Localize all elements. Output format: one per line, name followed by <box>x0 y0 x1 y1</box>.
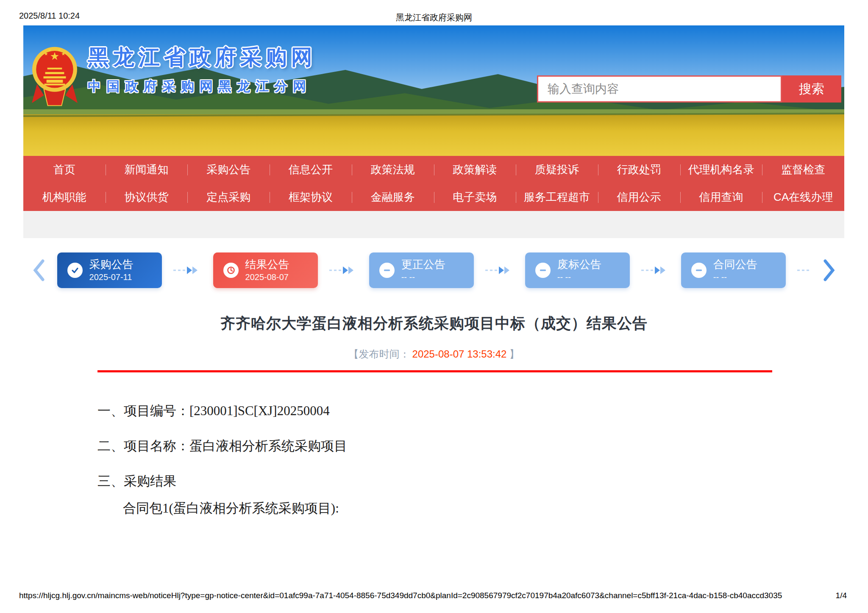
step-text: 废标公告 -- -- <box>557 258 601 282</box>
step-text: 采购公告 2025-07-11 <box>89 258 134 282</box>
step-label: 采购公告 <box>89 258 134 271</box>
nav-ca-online[interactable]: CA在线办理 <box>762 190 844 205</box>
search-box <box>537 75 782 103</box>
nav-framework-agreement[interactable]: 框架协议 <box>270 190 352 205</box>
site-title: 黑龙江省政府采购网 <box>88 43 317 72</box>
step-correction-notice[interactable]: 更正公告 -- -- <box>369 252 474 288</box>
nav-agreement-supply[interactable]: 协议供货 <box>106 190 188 205</box>
nav-policy-law[interactable]: 政策法规 <box>352 162 434 177</box>
publish-time-value: 2025-08-07 13:53:42 <box>412 348 507 360</box>
publish-time-line: 【发布时间：2025-08-07 13:53:42】 <box>0 347 868 361</box>
publish-label: 【发布时间： <box>349 348 410 360</box>
nav-credit-publicity[interactable]: 信用公示 <box>598 190 680 205</box>
nav-policy-interpretation[interactable]: 政策解读 <box>434 162 516 177</box>
step-connector <box>328 265 358 276</box>
paragraph-contract-package: 合同包1(蛋白液相分析系统采购项目): <box>123 501 793 516</box>
step-label: 合同公告 <box>713 258 757 271</box>
nav-admin-penalty[interactable]: 行政处罚 <box>598 162 680 177</box>
step-result-notice[interactable]: 结果公告 2025-08-07 <box>213 252 318 288</box>
print-page-number: 1/4 <box>836 591 847 600</box>
print-page-title: 黑龙江省政府采购网 <box>0 12 868 23</box>
step-cancellation-notice[interactable]: 废标公告 -- -- <box>525 252 630 288</box>
step-label: 结果公告 <box>245 258 289 271</box>
step-text: 更正公告 -- -- <box>401 258 445 282</box>
clock-icon <box>223 263 239 278</box>
step-text: 结果公告 2025-08-07 <box>245 258 289 282</box>
nav-fixed-point[interactable]: 定点采购 <box>187 190 270 205</box>
national-emblem-icon <box>31 39 78 108</box>
search-bar: 搜索 <box>537 75 841 103</box>
paragraph-project-name: 二、项目名称：蛋白液相分析系统采购项目 <box>97 438 793 454</box>
paragraph-project-number: 一、项目编号：[230001]SC[XJ]20250004 <box>97 403 793 419</box>
step-date: 2025-07-11 <box>89 272 134 282</box>
step-label: 更正公告 <box>401 258 445 271</box>
nav-row-2: 机构职能 协议供货 定点采购 框架协议 金融服务 电子卖场 服务工程超市 信用公… <box>23 183 844 211</box>
step-date: -- -- <box>713 272 757 282</box>
carousel-prev-button[interactable] <box>32 258 46 282</box>
step-connector <box>172 265 202 276</box>
red-divider <box>97 370 772 372</box>
nav-info-disclosure[interactable]: 信息公开 <box>270 162 352 177</box>
nav-org-function[interactable]: 机构职能 <box>23 190 106 205</box>
step-connector-end <box>796 265 811 276</box>
carousel-next-button[interactable] <box>822 258 836 282</box>
search-button[interactable]: 搜索 <box>782 75 841 103</box>
paragraph-procurement-result: 三、采购结果 <box>97 474 793 489</box>
notice-steps-carousel: 采购公告 2025-07-11 结果公告 2025-08-07 <box>32 251 836 290</box>
nav-finance-service[interactable]: 金融服务 <box>352 190 434 205</box>
step-contract-notice[interactable]: 合同公告 -- -- <box>681 252 786 288</box>
step-text: 合同公告 -- -- <box>713 258 757 282</box>
nav-supervision[interactable]: 监督检查 <box>762 162 844 177</box>
chevron-right-icon <box>822 258 836 282</box>
step-connector <box>484 265 514 276</box>
main-nav: 首页 新闻通知 采购公告 信息公开 政策法规 政策解读 质疑投诉 行政处罚 代理… <box>23 156 844 211</box>
nav-complaint[interactable]: 质疑投诉 <box>516 162 598 177</box>
step-procurement-notice[interactable]: 采购公告 2025-07-11 <box>57 252 162 288</box>
article-body: 一、项目编号：[230001]SC[XJ]20250004 二、项目名称：蛋白液… <box>97 403 793 536</box>
nav-home[interactable]: 首页 <box>23 162 106 177</box>
site-subtitle: 中国政府采购网黑龙江分网 <box>88 78 317 95</box>
step-date: 2025-08-07 <box>245 272 289 282</box>
step-connector <box>640 265 670 276</box>
chevron-left-icon <box>32 258 46 282</box>
minus-circle-icon <box>535 263 551 278</box>
nav-credit-query[interactable]: 信用查询 <box>680 190 762 205</box>
search-input[interactable] <box>538 77 781 101</box>
banner-titles: 黑龙江省政府采购网 中国政府采购网黑龙江分网 <box>88 43 317 95</box>
nav-row-1: 首页 新闻通知 采购公告 信息公开 政策法规 政策解读 质疑投诉 行政处罚 代理… <box>23 156 844 183</box>
article-title: 齐齐哈尔大学蛋白液相分析系统采购项目中标（成交）结果公告 <box>0 313 868 333</box>
step-date: -- -- <box>557 272 601 282</box>
page: 2025/8/11 10:24 黑龙江省政府采购网 <box>0 0 868 613</box>
site-banner: 黑龙江省政府采购网 中国政府采购网黑龙江分网 搜索 <box>23 25 844 156</box>
check-circle-icon <box>67 263 83 278</box>
publish-label-close: 】 <box>509 348 519 360</box>
nav-e-mall[interactable]: 电子卖场 <box>434 190 516 205</box>
step-label: 废标公告 <box>557 258 601 271</box>
nav-agency-list[interactable]: 代理机构名录 <box>680 162 762 177</box>
nav-service-mart[interactable]: 服务工程超市 <box>516 190 598 205</box>
nav-procurement-notice[interactable]: 采购公告 <box>187 162 270 177</box>
print-footer-url: https://hljcg.hlj.gov.cn/maincms-web/not… <box>19 591 782 600</box>
minus-circle-icon <box>691 263 707 278</box>
nav-bottom-strip <box>23 211 844 238</box>
minus-circle-icon <box>379 263 395 278</box>
step-date: -- -- <box>401 272 445 282</box>
nav-news[interactable]: 新闻通知 <box>106 162 188 177</box>
